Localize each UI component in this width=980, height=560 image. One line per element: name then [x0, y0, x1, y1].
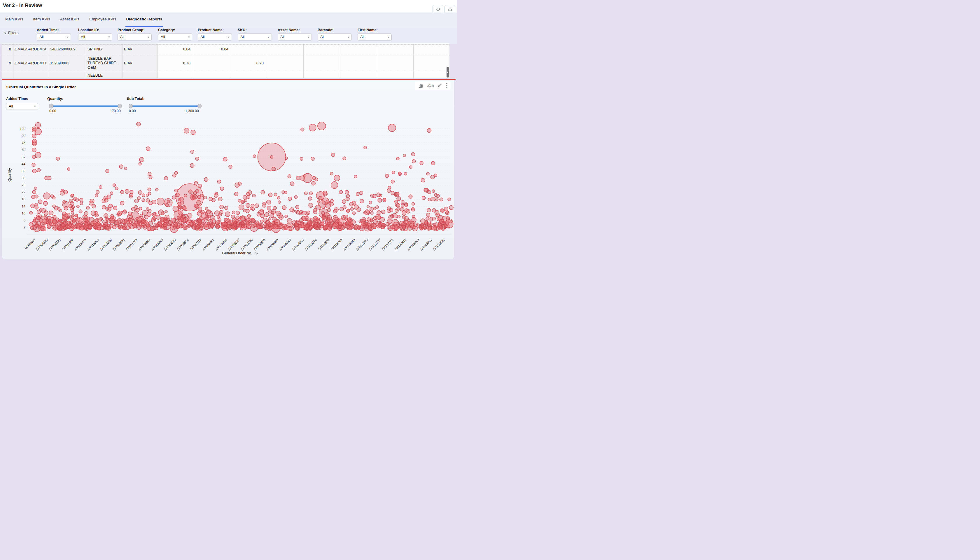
- bubble[interactable]: [96, 190, 99, 194]
- bubble[interactable]: [72, 205, 75, 208]
- bubble[interactable]: [441, 209, 444, 212]
- bubble[interactable]: [146, 199, 149, 202]
- bubble[interactable]: [370, 194, 374, 197]
- bubble[interactable]: [100, 218, 103, 220]
- bubble[interactable]: [67, 168, 70, 170]
- bubble[interactable]: [93, 223, 96, 226]
- bubble[interactable]: [180, 224, 183, 227]
- bubble[interactable]: [139, 157, 144, 162]
- bubble[interactable]: [77, 205, 79, 208]
- bubble[interactable]: [343, 205, 346, 209]
- bubble[interactable]: [193, 192, 197, 195]
- bubble[interactable]: [402, 215, 406, 219]
- bubble[interactable]: [110, 220, 114, 224]
- tab-asset-kpis[interactable]: Asset KPIs: [60, 13, 80, 27]
- bubble[interactable]: [401, 200, 404, 204]
- bubble[interactable]: [72, 215, 74, 217]
- bubble[interactable]: [247, 195, 250, 199]
- bubble[interactable]: [200, 194, 203, 197]
- bubble[interactable]: [278, 197, 280, 199]
- bubble[interactable]: [44, 215, 48, 219]
- bubble[interactable]: [198, 223, 201, 225]
- bubble-chart[interactable]: 26101418222630354452607890120QuantityUnk…: [2, 121, 453, 259]
- bubble[interactable]: [220, 205, 224, 209]
- bubble[interactable]: [322, 216, 325, 220]
- bubble[interactable]: [282, 206, 286, 210]
- bubble[interactable]: [370, 212, 373, 215]
- bubble[interactable]: [316, 218, 319, 221]
- bubble[interactable]: [128, 223, 131, 227]
- bubble[interactable]: [377, 216, 381, 219]
- bubble[interactable]: [143, 225, 146, 227]
- slider-handle-max[interactable]: [118, 104, 122, 108]
- bubble[interactable]: [234, 218, 237, 222]
- bubble[interactable]: [309, 124, 316, 131]
- bubble[interactable]: [62, 212, 66, 216]
- bubble[interactable]: [90, 199, 94, 203]
- bubble[interactable]: [30, 227, 33, 230]
- bubble[interactable]: [83, 218, 86, 222]
- bubble[interactable]: [311, 157, 314, 160]
- bubble[interactable]: [328, 208, 331, 212]
- bubble[interactable]: [290, 182, 294, 186]
- bubble[interactable]: [77, 226, 80, 229]
- bubble[interactable]: [32, 142, 37, 146]
- bubble[interactable]: [269, 227, 272, 230]
- bubble[interactable]: [38, 217, 40, 219]
- bubble[interactable]: [304, 192, 308, 195]
- bubble[interactable]: [184, 194, 187, 197]
- added-time-select[interactable]: All∨: [6, 102, 38, 110]
- bubble[interactable]: [30, 211, 32, 214]
- bubble[interactable]: [241, 201, 244, 203]
- bubble[interactable]: [353, 212, 356, 215]
- bubble[interactable]: [120, 190, 124, 194]
- bubble[interactable]: [267, 206, 271, 210]
- bubble[interactable]: [329, 226, 332, 228]
- bubble[interactable]: [75, 198, 79, 201]
- bubble[interactable]: [137, 197, 140, 200]
- bubble[interactable]: [446, 217, 450, 220]
- bubble[interactable]: [345, 190, 349, 194]
- bubble[interactable]: [421, 178, 425, 182]
- bubble[interactable]: [224, 218, 227, 221]
- bubble[interactable]: [215, 192, 218, 195]
- bubble[interactable]: [450, 220, 453, 223]
- bubble[interactable]: [278, 201, 281, 204]
- filter-select[interactable]: All∨: [358, 33, 392, 40]
- bubble[interactable]: [331, 153, 335, 157]
- bubble[interactable]: [296, 176, 300, 180]
- bubble[interactable]: [48, 216, 51, 220]
- bubble[interactable]: [413, 226, 416, 229]
- bubble[interactable]: [318, 197, 322, 200]
- bubble[interactable]: [75, 214, 78, 217]
- bubble[interactable]: [261, 220, 263, 223]
- bubble[interactable]: [147, 188, 151, 191]
- bubble[interactable]: [309, 203, 313, 207]
- bubble[interactable]: [80, 198, 83, 202]
- bubble[interactable]: [396, 157, 399, 160]
- bubble[interactable]: [34, 187, 37, 189]
- bubble[interactable]: [72, 219, 75, 222]
- bubble[interactable]: [370, 219, 373, 222]
- bubble[interactable]: [343, 157, 346, 160]
- bubble[interactable]: [177, 226, 180, 229]
- bubble[interactable]: [49, 211, 54, 215]
- bubble[interactable]: [146, 147, 150, 151]
- bubble[interactable]: [434, 193, 438, 197]
- bubble[interactable]: [140, 225, 143, 228]
- bubble[interactable]: [373, 219, 378, 224]
- bubble[interactable]: [338, 225, 341, 228]
- bubble[interactable]: [114, 220, 119, 225]
- bubble[interactable]: [130, 190, 133, 194]
- bubble[interactable]: [306, 213, 308, 215]
- bubble[interactable]: [264, 213, 269, 217]
- bubble[interactable]: [35, 206, 38, 209]
- bubble[interactable]: [300, 157, 303, 160]
- bubble[interactable]: [391, 214, 394, 217]
- bubble[interactable]: [334, 175, 340, 181]
- bubble[interactable]: [431, 197, 435, 201]
- bubble[interactable]: [346, 194, 350, 198]
- filter-select[interactable]: All∨: [158, 33, 192, 40]
- bubble[interactable]: [253, 155, 256, 158]
- bubble[interactable]: [164, 176, 168, 180]
